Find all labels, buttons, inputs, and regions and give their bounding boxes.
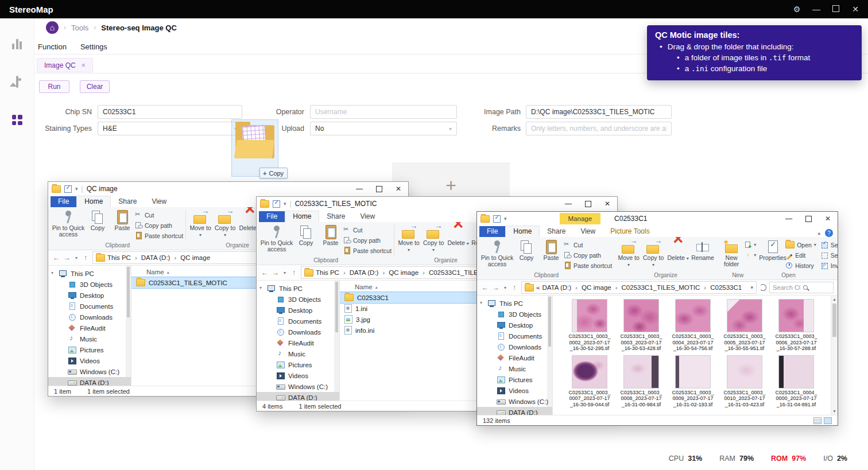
new-item-button[interactable]: ▾ bbox=[744, 240, 756, 249]
pin-to-quick-access-button[interactable]: Pin to Quick access bbox=[260, 223, 293, 253]
paste-button[interactable]: Paste bbox=[110, 208, 134, 231]
image-tile[interactable]: C02533C1_0003_0006_2023-07-17_16-30-57-2… bbox=[774, 299, 818, 352]
tab-view[interactable]: View bbox=[573, 226, 603, 237]
image-path-input[interactable] bbox=[526, 105, 672, 119]
properties-icon[interactable] bbox=[64, 185, 72, 193]
delete-button[interactable]: Delete ▾ bbox=[666, 238, 690, 262]
copy-button[interactable]: Copy bbox=[294, 223, 318, 246]
properties-button[interactable]: Properties bbox=[761, 238, 785, 261]
tab-home[interactable]: Home bbox=[76, 196, 111, 207]
help-icon[interactable]: ? bbox=[825, 229, 833, 237]
file-row[interactable]: 3.jpg bbox=[340, 314, 478, 325]
tab-share[interactable]: Share bbox=[111, 196, 144, 207]
image-tile[interactable]: C02533C1_0003_0008_2023-07-17_16-31-00-9… bbox=[619, 355, 663, 408]
minimize-icon[interactable]: — bbox=[559, 197, 578, 211]
refresh-icon[interactable] bbox=[760, 284, 766, 291]
nav-tree-item[interactable]: Documents bbox=[48, 301, 131, 312]
paste-button[interactable]: Paste bbox=[319, 223, 343, 246]
address-box[interactable]: « DATA (D:)QC imageC02533C1_TILES_MOTICC… bbox=[521, 281, 757, 294]
nav-tree-item[interactable]: Pictures bbox=[477, 374, 552, 385]
nav-tree-item[interactable]: Music bbox=[477, 363, 552, 374]
tab-image-qc[interactable]: Image QC × bbox=[37, 58, 93, 72]
maximize-icon[interactable] bbox=[369, 182, 389, 196]
chevron-down-icon[interactable]: ▾ bbox=[750, 285, 753, 290]
remarks-input[interactable] bbox=[526, 122, 672, 135]
nav-tree-item[interactable]: Windows (C:) bbox=[257, 381, 339, 392]
clear-button[interactable]: Clear bbox=[80, 80, 110, 93]
cut-button[interactable]: Cut bbox=[564, 240, 612, 249]
nav-tree-item[interactable]: Music bbox=[48, 333, 131, 344]
chevron-down-icon[interactable]: ▾ bbox=[75, 186, 78, 192]
copy-path-button[interactable]: Copy path bbox=[564, 251, 612, 259]
pin-to-quick-access-button[interactable]: Pin to Quick access bbox=[480, 238, 514, 267]
cut-button[interactable]: Cut bbox=[343, 226, 392, 234]
address-segment[interactable]: This PC bbox=[107, 254, 131, 261]
copy-button[interactable]: Copy bbox=[514, 238, 538, 261]
address-segment[interactable]: C02533C1_TILES_MOTIC bbox=[611, 284, 700, 291]
select-none-button[interactable]: Select none bbox=[821, 251, 838, 259]
file-row[interactable]: C02533C1_TILES_MOTIC bbox=[131, 277, 269, 288]
nav-tree-item[interactable]: DATA (D:) bbox=[48, 377, 131, 386]
properties-icon[interactable] bbox=[273, 200, 280, 208]
image-tile[interactable]: C02533C1_0003_0007_2023-07-17_16-30-59-0… bbox=[568, 355, 611, 408]
manage-contextual-tab[interactable]: Manage bbox=[560, 213, 601, 224]
scroll-down-icon[interactable]: ▾ bbox=[833, 409, 835, 414]
back-icon[interactable]: ← bbox=[52, 254, 60, 262]
scroll-up-icon[interactable]: ▴ bbox=[833, 297, 835, 302]
chevron-down-icon[interactable]: ▾ bbox=[282, 270, 287, 275]
tab-file[interactable]: File bbox=[479, 226, 505, 237]
chip-sn-input[interactable] bbox=[98, 105, 242, 119]
menu-settings[interactable]: Settings bbox=[80, 42, 107, 51]
file-row[interactable]: 1.ini bbox=[340, 303, 478, 314]
nav-tree-item[interactable]: DATA (D:) bbox=[257, 392, 339, 401]
nav-tree-item[interactable]: This PC bbox=[48, 268, 131, 279]
history-button[interactable]: History bbox=[785, 261, 816, 270]
nav-tree-item[interactable]: Desktop bbox=[257, 305, 339, 316]
tab-view[interactable]: View bbox=[144, 196, 174, 207]
image-tile[interactable]: C02533C1_0003_0010_2023-07-17_16-31-03-4… bbox=[723, 355, 766, 408]
scrollbar[interactable]: ▴ ▾ bbox=[831, 296, 838, 415]
close-icon[interactable]: ✕ bbox=[850, 5, 861, 14]
forward-icon[interactable]: → bbox=[63, 254, 71, 262]
paste-shortcut-button[interactable]: Paste shortcut bbox=[343, 246, 392, 255]
chevron-down-icon[interactable]: ▾ bbox=[503, 285, 507, 290]
nav-tree-item[interactable]: DATA (D:) bbox=[477, 407, 552, 415]
nav-tree-item[interactable]: 3D Objects bbox=[48, 279, 131, 290]
paste-shortcut-button[interactable]: Paste shortcut bbox=[135, 231, 183, 240]
staining-types-select[interactable]: H&E ▾ bbox=[98, 122, 242, 135]
thumbnails-view-icon[interactable] bbox=[824, 417, 832, 424]
paste-shortcut-button[interactable]: Paste shortcut bbox=[564, 261, 612, 270]
nav-tree-item[interactable]: FileAudit bbox=[48, 323, 131, 333]
move-to-button[interactable]: Move to ▾ bbox=[397, 223, 421, 253]
nav-tree-item[interactable]: Downloads bbox=[48, 312, 131, 323]
minimize-icon[interactable]: — bbox=[350, 182, 369, 196]
cut-button[interactable]: Cut bbox=[135, 211, 183, 219]
minimize-icon[interactable]: — bbox=[811, 5, 822, 14]
tab-close-icon[interactable]: × bbox=[82, 61, 86, 69]
file-row[interactable]: C02533C1 bbox=[340, 292, 478, 303]
search-input[interactable]: Search C02533C1 bbox=[769, 282, 834, 293]
maximize-icon[interactable] bbox=[799, 212, 818, 226]
tab-file[interactable]: File bbox=[259, 211, 285, 222]
up-icon[interactable]: ↑ bbox=[510, 283, 518, 292]
nav-tree-item[interactable]: Documents bbox=[257, 316, 339, 327]
home-button[interactable]: ⌂ bbox=[46, 21, 59, 34]
address-segment[interactable]: DATA (D:) bbox=[542, 284, 571, 291]
invert-selection-button[interactable]: Invert selection bbox=[821, 261, 838, 270]
nav-tree-item[interactable]: FileAudit bbox=[257, 337, 339, 348]
nav-tree-item[interactable]: Pictures bbox=[48, 344, 131, 355]
nav-tree-item[interactable]: Windows (C:) bbox=[477, 396, 552, 407]
close-icon[interactable]: ✕ bbox=[818, 212, 838, 226]
breadcrumb-tools[interactable]: Tools bbox=[71, 24, 88, 32]
back-icon[interactable]: ← bbox=[481, 283, 489, 292]
sidebar-item-images[interactable] bbox=[16, 77, 18, 87]
nav-tree-item[interactable]: Videos bbox=[257, 370, 339, 381]
address-segment[interactable]: QC image bbox=[571, 284, 611, 291]
copy-button[interactable]: Copy bbox=[86, 208, 110, 231]
move-to-button[interactable]: Move to ▾ bbox=[617, 238, 641, 268]
image-tile[interactable]: C02533C1_0003_0002_2023-07-17_16-30-52-2… bbox=[568, 299, 611, 352]
upload-select[interactable]: No ▾ bbox=[310, 122, 457, 135]
address-segment[interactable]: DATA (D:) bbox=[339, 269, 379, 276]
collapse-ribbon-icon[interactable]: ▴ bbox=[817, 230, 820, 236]
tab-picture-tools[interactable]: Picture Tools bbox=[603, 226, 657, 237]
